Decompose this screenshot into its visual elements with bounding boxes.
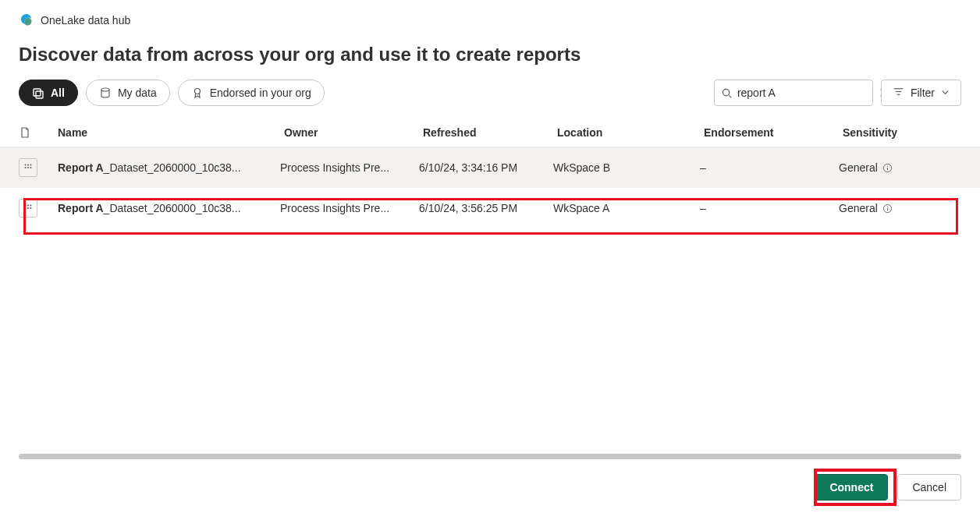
svg-point-21 [27, 205, 29, 207]
cancel-button[interactable]: Cancel [897, 474, 961, 501]
svg-point-20 [25, 205, 27, 207]
stack-icon [32, 87, 44, 99]
table-header-row: Name Owner Refreshed Location Endorsemen… [0, 119, 980, 147]
chevron-down-icon [941, 87, 950, 99]
col-refreshed[interactable]: Refreshed [423, 126, 557, 139]
row-type-cell [19, 158, 58, 177]
col-location[interactable]: Location [557, 126, 704, 139]
connect-button[interactable]: Connect [815, 474, 888, 501]
svg-rect-1 [36, 91, 43, 98]
col-type-icon [19, 126, 58, 139]
horizontal-scrollbar[interactable] [19, 454, 961, 465]
ribbon-icon [191, 87, 204, 99]
row-sensitivity-cell: General [839, 161, 961, 174]
tab-endorsed-label: Endorsed in your org [210, 87, 311, 99]
row-refreshed-cell: 6/10/24, 3:56:25 PM [419, 202, 553, 214]
hub-header: OneLake data hub [0, 0, 980, 34]
page-heading: Discover data from across your org and u… [0, 34, 980, 80]
row-type-cell [19, 199, 58, 218]
database-icon [99, 87, 112, 99]
semantic-model-icon [19, 199, 37, 218]
filter-button[interactable]: Filter [881, 80, 961, 106]
col-owner[interactable]: Owner [284, 126, 423, 139]
svg-point-22 [30, 205, 31, 207]
svg-point-3 [194, 89, 200, 94]
svg-point-2 [101, 88, 109, 91]
info-icon[interactable] [882, 203, 893, 214]
search-icon [721, 87, 733, 99]
svg-point-11 [25, 165, 27, 166]
tab-my-data-label: My data [118, 87, 157, 99]
filter-icon [893, 86, 904, 100]
row-name-cell: Report A_Dataset_2060000_10c38... [58, 202, 280, 214]
info-icon[interactable] [882, 163, 893, 173]
row-owner-cell: Process Insights Pre... [280, 202, 419, 214]
col-sensitivity[interactable]: Sensitivity [843, 126, 961, 139]
svg-point-19 [887, 165, 888, 166]
dialog-footer: Connect Cancel [815, 474, 961, 501]
search-box[interactable] [714, 80, 873, 106]
svg-point-14 [25, 167, 27, 168]
toolbar: All My data Endorsed in your org [0, 80, 980, 119]
svg-rect-0 [34, 89, 41, 96]
hub-title: OneLake data hub [41, 14, 130, 27]
scrollbar-thumb[interactable] [19, 454, 961, 459]
svg-point-28 [887, 206, 888, 207]
search-input[interactable] [737, 87, 874, 99]
col-endorsement[interactable]: Endorsement [704, 126, 843, 139]
svg-point-23 [25, 207, 27, 209]
svg-point-15 [27, 167, 29, 168]
svg-point-12 [27, 165, 29, 166]
svg-line-5 [729, 95, 731, 97]
row-endorsement-cell: – [700, 161, 839, 174]
svg-point-16 [30, 167, 31, 168]
row-location-cell: WkSpace B [553, 161, 700, 174]
svg-point-4 [723, 89, 729, 95]
table-row[interactable]: Report A_Dataset_2060000_10c38... Proces… [0, 188, 980, 228]
data-table: Name Owner Refreshed Location Endorsemen… [0, 119, 980, 228]
svg-point-13 [30, 165, 31, 166]
tab-my-data[interactable]: My data [86, 80, 170, 106]
row-endorsement-cell: – [700, 202, 839, 214]
tab-all[interactable]: All [19, 80, 78, 106]
col-name[interactable]: Name [58, 126, 284, 139]
tab-endorsed[interactable]: Endorsed in your org [178, 80, 325, 106]
row-refreshed-cell: 6/10/24, 3:34:16 PM [419, 161, 553, 174]
svg-point-24 [27, 207, 29, 209]
tab-all-label: All [51, 87, 65, 99]
row-sensitivity-cell: General [839, 202, 961, 214]
table-row[interactable]: Report A_Dataset_2060000_10c38... Proces… [0, 147, 980, 188]
svg-point-25 [30, 207, 31, 209]
row-name-cell: Report A_Dataset_2060000_10c38... [58, 161, 280, 174]
semantic-model-icon [19, 158, 37, 177]
row-location-cell: WkSpace A [553, 202, 700, 214]
row-owner-cell: Process Insights Pre... [280, 161, 419, 174]
filter-label: Filter [911, 87, 935, 99]
onelake-logo-icon [19, 12, 34, 28]
